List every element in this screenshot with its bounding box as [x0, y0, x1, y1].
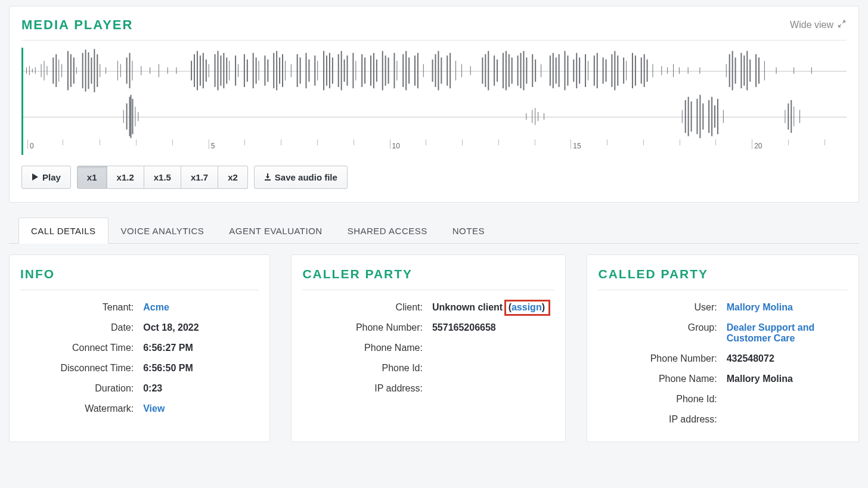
speed-x2-button[interactable]: x2 — [218, 166, 248, 189]
speed-x12-button[interactable]: x1.2 — [107, 166, 144, 189]
caller-client-value: Unknown client — [432, 302, 503, 312]
tab-agent-evaluation[interactable]: AGENT EVALUATION — [216, 217, 334, 244]
player-controls: Play x1 x1.2 x1.5 x1.7 x2 Save audio fil… — [21, 166, 847, 189]
svg-rect-59 — [285, 61, 286, 80]
svg-rect-88 — [405, 51, 407, 91]
svg-rect-142 — [647, 60, 648, 82]
svg-rect-179 — [691, 101, 692, 132]
svg-rect-21 — [100, 64, 100, 77]
svg-rect-39 — [209, 64, 209, 77]
tab-notes[interactable]: NOTES — [440, 217, 497, 244]
svg-rect-6 — [46, 66, 47, 75]
svg-rect-128 — [588, 61, 588, 80]
info-disconnect-value: 6:56:50 PM — [143, 363, 259, 374]
svg-rect-132 — [606, 60, 607, 82]
download-icon — [264, 172, 271, 182]
svg-rect-28 — [141, 66, 141, 75]
called-ip-value — [727, 414, 848, 425]
caller-phone-id-value — [432, 363, 555, 374]
svg-rect-3 — [35, 67, 36, 74]
caller-card: CALLER PARTY Client: Unknown client (ass… — [291, 254, 566, 442]
svg-rect-117 — [541, 64, 541, 77]
svg-rect-49 — [247, 60, 248, 82]
caller-phone-name-label: Phone Name: — [302, 343, 425, 353]
caller-phone-number-label: Phone Number: — [302, 322, 425, 333]
speed-x15-button[interactable]: x1.5 — [144, 166, 181, 189]
waveform-area[interactable]: 0 5 10 15 20 — [21, 48, 847, 155]
tab-voice-analytics[interactable]: VOICE ANALYTICS — [108, 217, 217, 244]
svg-rect-85 — [393, 53, 395, 88]
svg-rect-153 — [735, 58, 736, 84]
svg-rect-4 — [41, 64, 42, 77]
svg-rect-187 — [723, 110, 724, 123]
play-button[interactable]: Play — [21, 166, 71, 189]
called-user-link[interactable]: Mallory Molina — [727, 302, 793, 312]
expand-icon — [837, 19, 847, 31]
svg-rect-93 — [432, 60, 433, 82]
info-date-label: Date: — [20, 322, 136, 333]
called-title: CALLED PARTY — [598, 267, 848, 290]
svg-rect-146 — [673, 64, 674, 77]
svg-rect-137 — [626, 61, 627, 80]
save-audio-button[interactable]: Save audio file — [254, 166, 348, 189]
svg-rect-109 — [509, 54, 510, 87]
speed-x17-button[interactable]: x1.7 — [181, 166, 218, 189]
wide-view-toggle[interactable]: Wide view — [790, 19, 847, 31]
svg-rect-71 — [338, 54, 339, 87]
speed-x1-button[interactable]: x1 — [77, 166, 107, 189]
svg-rect-118 — [550, 55, 551, 86]
caller-phone-number-value: 557165206658 — [432, 322, 555, 333]
svg-rect-79 — [370, 55, 371, 86]
svg-rect-78 — [364, 58, 365, 84]
called-group-link[interactable]: Dealer Support and Customer Care — [727, 322, 815, 343]
tab-call-details[interactable]: CALL DETAILS — [18, 217, 108, 244]
svg-rect-65 — [314, 55, 315, 86]
svg-rect-133 — [611, 54, 612, 87]
svg-rect-36 — [200, 55, 201, 86]
svg-rect-70 — [332, 58, 333, 84]
svg-rect-178 — [688, 97, 689, 136]
caller-client-label: Client: — [302, 302, 425, 313]
caller-assign-link[interactable]: assign — [512, 302, 542, 312]
timeline-label-15: 15 — [573, 142, 581, 150]
svg-rect-169 — [135, 107, 135, 126]
info-watermark-link[interactable]: View — [143, 403, 165, 414]
svg-rect-139 — [635, 55, 636, 86]
svg-rect-84 — [388, 58, 389, 84]
info-tenant-link[interactable]: Acme — [143, 302, 169, 312]
svg-rect-19 — [94, 49, 95, 92]
svg-rect-63 — [305, 53, 306, 88]
svg-rect-89 — [408, 58, 410, 84]
svg-rect-138 — [632, 53, 633, 88]
svg-rect-0 — [26, 67, 27, 74]
svg-rect-174 — [538, 112, 538, 121]
timeline-label-5: 5 — [211, 142, 215, 150]
svg-rect-127 — [585, 54, 586, 87]
svg-rect-190 — [790, 100, 792, 133]
svg-rect-33 — [191, 61, 192, 80]
called-phone-number-value: 432548072 — [727, 353, 848, 364]
info-connect-label: Connect Time: — [20, 343, 136, 353]
svg-rect-83 — [385, 55, 386, 86]
svg-rect-17 — [88, 52, 89, 89]
svg-rect-176 — [682, 110, 683, 123]
info-duration-value: 0:23 — [143, 383, 259, 394]
called-ip-label: IP address: — [598, 414, 719, 425]
svg-rect-106 — [497, 60, 498, 82]
svg-rect-157 — [749, 60, 751, 82]
svg-rect-60 — [291, 64, 292, 77]
svg-rect-22 — [106, 67, 106, 74]
svg-rect-94 — [435, 54, 436, 87]
caller-ip-label: IP address: — [302, 383, 425, 394]
svg-rect-51 — [256, 58, 257, 84]
waveform-top — [23, 48, 847, 94]
tab-shared-access[interactable]: SHARED ACCESS — [335, 217, 440, 244]
svg-rect-124 — [573, 60, 574, 82]
info-disconnect-label: Disconnect Time: — [20, 363, 136, 374]
svg-rect-186 — [717, 99, 718, 134]
svg-rect-95 — [438, 51, 439, 91]
svg-rect-166 — [129, 97, 131, 136]
svg-rect-37 — [203, 53, 204, 88]
svg-rect-86 — [396, 61, 397, 80]
svg-rect-119 — [553, 53, 554, 88]
